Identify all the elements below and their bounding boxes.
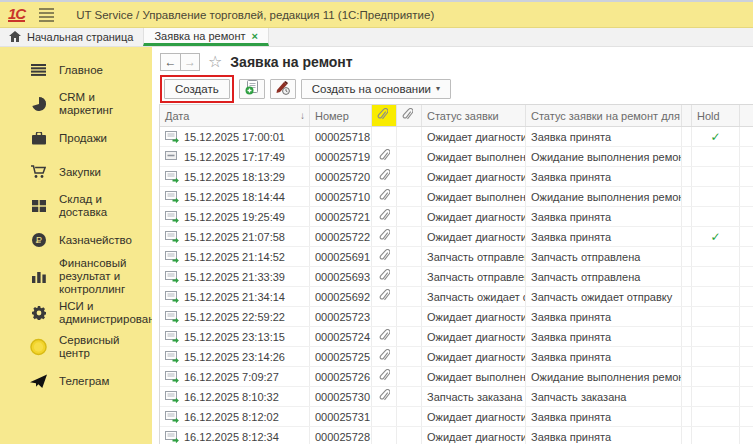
table-row[interactable]: 15.12.2025 19:25:49000025721Ожидает диаг… (160, 207, 753, 227)
cell-clip1 (372, 187, 397, 206)
sidebar-item-6[interactable]: PКазначейство (0, 223, 152, 257)
cell-hold (692, 147, 740, 166)
paperclip-icon (379, 289, 390, 304)
main-menu-icon[interactable] (39, 8, 54, 22)
set-deadline-button[interactable] (270, 79, 296, 99)
document-posted-icon (165, 370, 179, 383)
cell-s2: Заявка принята (526, 167, 682, 186)
cell-hold (692, 207, 740, 226)
tab-close-icon[interactable]: × (252, 30, 258, 42)
forward-button[interactable]: → (180, 53, 200, 71)
sidebar-item-1[interactable]: Главное (0, 53, 152, 87)
sidebar-item-3[interactable]: Продажи (0, 121, 152, 155)
create-based-on-button[interactable]: Создать на основании ▾ (301, 79, 451, 99)
tab-home[interactable]: Начальная страница (0, 28, 143, 46)
column-header-clip1[interactable] (372, 105, 397, 126)
cell-date: 15.12.2025 21:14:52 (160, 247, 310, 266)
grid-icon (30, 200, 47, 212)
paperclip-icon (379, 369, 390, 384)
cell-hold (692, 347, 740, 366)
table-row[interactable]: 15.12.2025 23:13:15000025724Ожидает диаг… (160, 327, 753, 347)
table-row[interactable]: 15.12.2025 18:13:29000025720Ожидает диаг… (160, 167, 753, 187)
back-button[interactable]: ← (160, 53, 180, 71)
table-row[interactable]: 15.12.2025 17:00:01000025718Ожидает диаг… (160, 127, 753, 147)
cell-clip1 (372, 367, 397, 386)
sidebar-item-4[interactable]: Закупки (0, 155, 152, 189)
cell-date: 16.12.2025 8:12:02 (160, 407, 310, 426)
cell-sp (682, 147, 692, 166)
table-row[interactable]: 15.12.2025 21:07:58000025722Ожидает диаг… (160, 227, 753, 247)
table-row[interactable]: 16.12.2025 7:09:27000025726Ожидает выпол… (160, 367, 753, 387)
cell-s2: Заявка принята (526, 127, 682, 146)
sidebar-item-label: Главное (59, 64, 103, 77)
sidebar-item-7[interactable]: Финансовый результат и контроллинг (0, 257, 152, 296)
sidebar-item-9[interactable]: Сервисный центр (0, 330, 152, 364)
home-icon (9, 31, 21, 44)
cell-num: 000025722 (310, 227, 372, 246)
cell-sp (682, 167, 692, 186)
table-row[interactable]: 15.12.2025 17:17:49000025719Ожидает выпо… (160, 147, 753, 167)
cell-clip2 (397, 387, 422, 406)
cell-clip2 (397, 187, 422, 206)
sidebar-item-label: Склад и доставка (59, 193, 146, 219)
cell-date: 15.12.2025 21:07:58 (160, 227, 310, 246)
cell-sp (682, 367, 692, 386)
svg-text:P: P (35, 235, 41, 245)
cell-date: 15.12.2025 21:34:14 (160, 287, 310, 306)
cell-clip2 (397, 227, 422, 246)
create-copy-button[interactable] (239, 79, 265, 99)
cell-s2: Запчасть отправлена (526, 247, 682, 266)
chevron-down-icon: ▾ (436, 84, 440, 93)
cell-num: 000025728 (310, 427, 372, 444)
cell-date: 16.12.2025 8:12:34 (160, 427, 310, 444)
cell-clip1 (372, 207, 397, 226)
cell-num: 000025718 (310, 127, 372, 146)
paperclip-icon (402, 108, 413, 123)
column-header-s2[interactable]: Статус заявки на ремонт для кл... (526, 105, 682, 126)
cell-s1: Ожидает диагностики (422, 207, 526, 226)
cell-s1: Ожидает диагностики (422, 327, 526, 346)
table-row[interactable]: 15.12.2025 22:59:22000025723Ожидает диаг… (160, 307, 753, 327)
table-row[interactable]: 16.12.2025 8:10:32000025730Запчасть зака… (160, 387, 753, 407)
column-header-hold[interactable]: Hold (692, 105, 740, 126)
sidebar-item-label: Закупки (59, 166, 101, 179)
paperclip-icon (379, 269, 390, 284)
sidebar-item-label: CRM и маркетинг (59, 91, 146, 117)
cell-s1: Ожидает диагностики (422, 167, 526, 186)
cell-num: 000025730 (310, 387, 372, 406)
sidebar-item-10[interactable]: Телеграм (0, 364, 152, 398)
table-row[interactable]: 15.12.2025 21:33:39000025693Запчасть отп… (160, 267, 753, 287)
table-row[interactable]: 15.12.2025 18:14:44000025710Ожидает выпо… (160, 187, 753, 207)
paperclip-icon (379, 349, 390, 364)
table-row[interactable]: 15.12.2025 23:14:26000025725Ожидает диаг… (160, 347, 753, 367)
tab-repair-request[interactable]: Заявка на ремонт × (143, 28, 269, 46)
document-posted-icon (165, 130, 179, 143)
sidebar-item-label: Финансовый результат и контроллинг (59, 257, 146, 296)
cell-s2: Заявка принята (526, 227, 682, 246)
table-row[interactable]: 16.12.2025 8:12:02000025731Ожидает диагн… (160, 407, 753, 427)
favorite-star-icon[interactable]: ☆ (208, 54, 222, 70)
cell-num: 000025725 (310, 347, 372, 366)
document-posted-icon (165, 310, 179, 323)
cell-clip2 (397, 287, 422, 306)
column-header-date[interactable]: Дата↓ (160, 105, 310, 126)
table-row[interactable]: 15.12.2025 21:34:14000025692Запчасть ожи… (160, 287, 753, 307)
column-header-clip2[interactable] (397, 105, 422, 126)
cell-date: 15.12.2025 22:59:22 (160, 307, 310, 326)
create-button[interactable]: Создать (164, 79, 230, 99)
table-row[interactable]: 16.12.2025 8:12:34000025728Ожидает диагн… (160, 427, 753, 444)
sidebar-item-5[interactable]: Склад и доставка (0, 189, 152, 223)
column-header-sp[interactable] (682, 105, 692, 126)
cell-s2: Заявка принята (526, 347, 682, 366)
column-header-num[interactable]: Номер (310, 105, 372, 126)
paperclip-icon (379, 249, 390, 264)
document-posted-icon (165, 290, 179, 303)
sidebar-item-8[interactable]: НСИ и администрирование (0, 296, 152, 330)
1c-logo: 1С (8, 7, 25, 22)
paperclip-icon (379, 329, 390, 344)
sidebar-item-label: Продажи (59, 132, 107, 145)
sidebar-item-2[interactable]: CRM и маркетинг (0, 87, 152, 121)
cell-hold (692, 287, 740, 306)
column-header-s1[interactable]: Статус заявки (422, 105, 526, 126)
table-row[interactable]: 15.12.2025 21:14:52000025691Запчасть отп… (160, 247, 753, 267)
